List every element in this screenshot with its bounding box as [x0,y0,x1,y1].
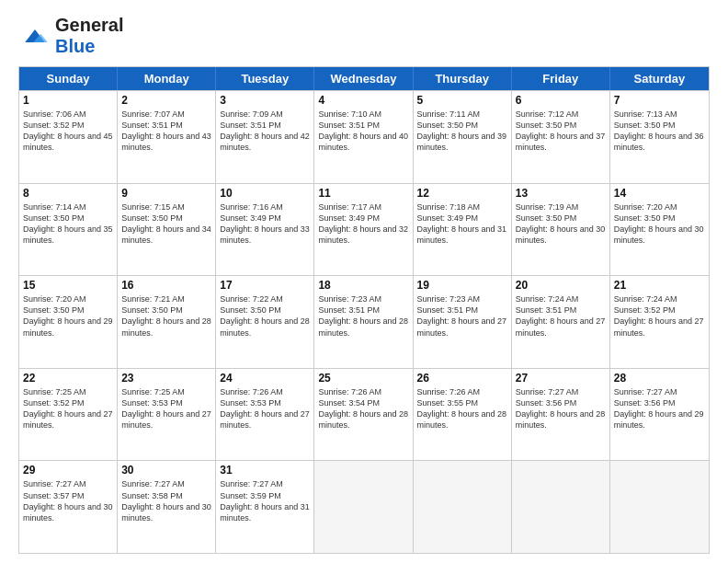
logo-text: GeneralBlue [55,15,123,57]
calendar-cell-4-3 [314,461,413,553]
day-number-2-3: 18 [318,279,408,292]
daylight-0-0: Daylight: 8 hours and 45 minutes. [23,131,113,153]
daylight-2-3: Daylight: 8 hours and 28 minutes. [318,316,408,338]
calendar-cell-3-0: 22Sunrise: 7:25 AMSunset: 3:52 PMDayligh… [19,369,118,461]
calendar-body: 1Sunrise: 7:06 AMSunset: 3:52 PMDaylight… [19,90,709,553]
sunrise-0-0: Sunrise: 7:06 AM [23,109,113,120]
header: GeneralBlue [18,15,710,57]
sunset-3-5: Sunset: 3:56 PM [516,397,606,408]
day-number-0-3: 4 [318,94,408,107]
header-tuesday: Tuesday [216,67,314,90]
sunrise-4-1: Sunrise: 7:27 AM [121,478,211,489]
day-number-3-0: 22 [23,372,113,385]
calendar-cell-1-1: 9Sunrise: 7:15 AMSunset: 3:50 PMDaylight… [118,184,216,276]
sunset-3-2: Sunset: 3:53 PM [220,397,310,408]
calendar-cell-2-1: 16Sunrise: 7:21 AMSunset: 3:50 PMDayligh… [118,276,216,368]
sunrise-0-5: Sunrise: 7:12 AM [516,109,606,120]
calendar-cell-1-2: 10Sunrise: 7:16 AMSunset: 3:49 PMDayligh… [216,184,314,276]
day-number-2-0: 15 [23,279,113,292]
calendar-cell-0-1: 2Sunrise: 7:07 AMSunset: 3:51 PMDaylight… [118,91,216,183]
day-number-3-3: 25 [318,372,408,385]
calendar-cell-3-6: 28Sunrise: 7:27 AMSunset: 3:56 PMDayligh… [610,369,709,461]
sunrise-4-2: Sunrise: 7:27 AM [220,478,310,489]
sunrise-0-1: Sunrise: 7:07 AM [121,109,211,120]
day-number-2-4: 19 [417,279,507,292]
sunset-0-4: Sunset: 3:50 PM [417,120,507,131]
day-number-0-5: 6 [516,94,606,107]
day-number-1-5: 13 [516,187,606,200]
day-number-1-2: 10 [220,187,310,200]
calendar-cell-4-4 [414,461,512,553]
calendar-cell-2-3: 18Sunrise: 7:23 AMSunset: 3:51 PMDayligh… [314,276,413,368]
header-thursday: Thursday [414,67,512,90]
daylight-1-4: Daylight: 8 hours and 31 minutes. [417,224,507,246]
calendar-row-2: 15Sunrise: 7:20 AMSunset: 3:50 PMDayligh… [19,275,709,368]
sunrise-2-2: Sunrise: 7:22 AM [220,293,310,304]
sunrise-1-2: Sunrise: 7:16 AM [220,201,310,213]
calendar-cell-4-6 [610,461,709,553]
day-number-1-3: 11 [318,187,408,200]
sunrise-1-3: Sunrise: 7:17 AM [318,201,408,213]
day-number-0-0: 1 [23,94,113,107]
header-monday: Monday [118,67,216,90]
sunset-3-3: Sunset: 3:54 PM [318,397,408,408]
sunset-0-3: Sunset: 3:51 PM [318,120,408,131]
sunset-2-5: Sunset: 3:51 PM [516,304,606,316]
sunrise-2-6: Sunrise: 7:24 AM [614,293,705,304]
day-number-1-0: 8 [23,187,113,200]
calendar-cell-4-2: 31Sunrise: 7:27 AMSunset: 3:59 PMDayligh… [216,461,314,553]
day-number-3-1: 23 [121,372,211,385]
sunset-1-0: Sunset: 3:50 PM [23,213,113,224]
header-wednesday: Wednesday [314,67,413,90]
sunrise-3-4: Sunrise: 7:26 AM [417,386,507,397]
calendar-row-0: 1Sunrise: 7:06 AMSunset: 3:52 PMDaylight… [19,90,709,183]
sunset-1-3: Sunset: 3:49 PM [318,213,408,224]
calendar-cell-1-6: 14Sunrise: 7:20 AMSunset: 3:50 PMDayligh… [610,184,709,276]
sunset-4-2: Sunset: 3:59 PM [220,490,310,501]
day-number-2-1: 16 [121,279,211,292]
daylight-1-6: Daylight: 8 hours and 30 minutes. [614,224,705,246]
sunset-2-4: Sunset: 3:51 PM [417,304,507,316]
day-number-1-1: 9 [121,187,211,200]
calendar-cell-2-6: 21Sunrise: 7:24 AMSunset: 3:52 PMDayligh… [610,276,709,368]
sunset-3-6: Sunset: 3:56 PM [614,397,705,408]
sunset-0-1: Sunset: 3:51 PM [121,120,211,131]
sunset-2-1: Sunset: 3:50 PM [121,304,211,316]
sunset-1-1: Sunset: 3:50 PM [121,213,211,224]
sunset-2-2: Sunset: 3:50 PM [220,304,310,316]
daylight-2-0: Daylight: 8 hours and 29 minutes. [23,316,113,338]
sunset-0-0: Sunset: 3:52 PM [23,120,113,131]
calendar-cell-3-2: 24Sunrise: 7:26 AMSunset: 3:53 PMDayligh… [216,369,314,461]
sunrise-1-0: Sunrise: 7:14 AM [23,201,113,213]
day-number-1-4: 12 [417,187,507,200]
calendar-cell-3-1: 23Sunrise: 7:25 AMSunset: 3:53 PMDayligh… [118,369,216,461]
calendar-header: Sunday Monday Tuesday Wednesday Thursday… [19,67,709,90]
daylight-4-1: Daylight: 8 hours and 30 minutes. [121,501,211,523]
sunset-1-5: Sunset: 3:50 PM [516,213,606,224]
daylight-0-3: Daylight: 8 hours and 40 minutes. [318,131,408,153]
sunrise-2-4: Sunrise: 7:23 AM [417,293,507,304]
calendar-cell-0-6: 7Sunrise: 7:13 AMSunset: 3:50 PMDaylight… [610,91,709,183]
sunset-0-2: Sunset: 3:51 PM [220,120,310,131]
day-number-4-0: 29 [23,464,113,477]
daylight-3-6: Daylight: 8 hours and 29 minutes. [614,408,705,431]
header-saturday: Saturday [610,67,709,90]
sunrise-1-5: Sunrise: 7:19 AM [516,201,606,213]
daylight-0-1: Daylight: 8 hours and 43 minutes. [121,131,211,153]
daylight-1-3: Daylight: 8 hours and 32 minutes. [318,224,408,246]
daylight-3-4: Daylight: 8 hours and 28 minutes. [417,408,507,431]
day-number-0-4: 5 [417,94,507,107]
day-number-2-2: 17 [220,279,310,292]
calendar-cell-4-0: 29Sunrise: 7:27 AMSunset: 3:57 PMDayligh… [19,461,118,553]
sunset-3-0: Sunset: 3:52 PM [23,397,113,408]
sunset-1-2: Sunset: 3:49 PM [220,213,310,224]
sunrise-0-2: Sunrise: 7:09 AM [220,109,310,120]
sunset-0-5: Sunset: 3:50 PM [516,120,606,131]
header-friday: Friday [512,67,610,90]
page: GeneralBlue Sunday Monday Tuesday Wednes… [0,0,728,563]
daylight-3-2: Daylight: 8 hours and 27 minutes. [220,408,310,431]
calendar-cell-2-5: 20Sunrise: 7:24 AMSunset: 3:51 PMDayligh… [512,276,610,368]
calendar-cell-1-0: 8Sunrise: 7:14 AMSunset: 3:50 PMDaylight… [19,184,118,276]
sunrise-3-1: Sunrise: 7:25 AM [121,386,211,397]
sunrise-3-6: Sunrise: 7:27 AM [614,386,705,397]
